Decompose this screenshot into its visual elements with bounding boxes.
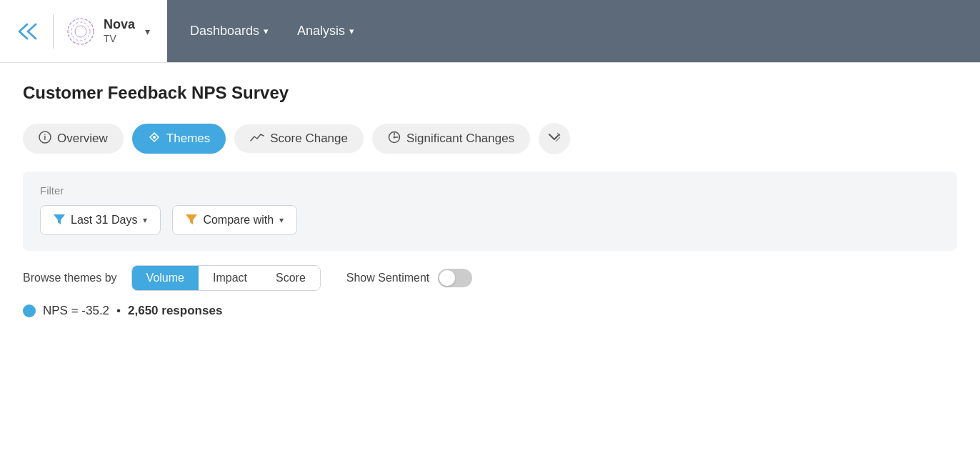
header-divider <box>53 14 54 49</box>
browse-impact[interactable]: Impact <box>199 266 261 290</box>
tab-more-icon <box>547 132 561 147</box>
browse-toggle: Volume Impact Score <box>131 265 321 291</box>
nav-dashboards-chevron: ▾ <box>264 26 269 36</box>
filter-last-31-days[interactable]: Last 31 Days ▾ <box>40 205 161 235</box>
filter-last-31-chevron: ▾ <box>143 215 147 225</box>
brand-title: Nova <box>104 17 135 33</box>
nav-dashboards-label: Dashboards <box>190 24 259 39</box>
back-button[interactable] <box>17 21 41 41</box>
nav-dashboards[interactable]: Dashboards ▾ <box>190 24 269 39</box>
browse-label: Browse themes by <box>23 272 117 284</box>
sentiment-area: Show Sentiment <box>346 269 473 287</box>
nps-responses: 2,650 responses <box>128 304 222 318</box>
tab-significant-changes[interactable]: Significant Changes <box>372 124 530 154</box>
overview-icon: i <box>39 131 51 147</box>
tab-themes[interactable]: Themes <box>132 124 226 154</box>
nps-dot <box>23 304 36 317</box>
svg-marker-12 <box>54 214 65 224</box>
nps-value: NPS = -35.2 <box>43 304 109 318</box>
browse-score-label: Score <box>276 272 306 284</box>
svg-point-1 <box>71 22 90 41</box>
nps-separator: • <box>116 304 121 318</box>
brand-name: Nova TV <box>104 17 135 44</box>
browse-score[interactable]: Score <box>261 266 320 290</box>
nps-row: NPS = -35.2 • 2,650 responses <box>23 304 957 318</box>
filter-compare-label: Compare with <box>203 214 274 227</box>
tab-score-change-label: Score Change <box>270 132 348 146</box>
svg-marker-13 <box>186 214 197 224</box>
svg-text:i: i <box>44 134 46 142</box>
tab-themes-label: Themes <box>166 132 210 146</box>
filter-compare-with[interactable]: Compare with ▾ <box>172 205 297 235</box>
tab-score-change[interactable]: Score Change <box>234 124 364 153</box>
sentiment-toggle[interactable] <box>438 269 472 287</box>
brand-subtitle: TV <box>104 33 135 45</box>
brand-chevron-icon[interactable]: ▾ <box>145 26 150 37</box>
svg-point-2 <box>75 26 86 37</box>
tab-overview-label: Overview <box>57 132 108 146</box>
tab-significant-changes-label: Significant Changes <box>406 132 514 146</box>
nav-analysis-label: Analysis <box>297 24 345 39</box>
nav-analysis[interactable]: Analysis ▾ <box>297 24 354 39</box>
filter-compare-chevron: ▾ <box>279 215 284 225</box>
nav-bar: Dashboards ▾ Analysis ▾ <box>167 0 980 62</box>
significant-changes-icon <box>388 131 401 147</box>
browse-volume[interactable]: Volume <box>132 266 199 290</box>
browse-impact-label: Impact <box>213 272 247 284</box>
filter-last-31-label: Last 31 Days <box>71 214 137 227</box>
brand-logo[interactable]: Nova TV ▾ <box>65 16 150 47</box>
tabs-row: i Overview Themes Score Change <box>23 123 957 154</box>
brand-icon <box>65 16 96 47</box>
svg-point-5 <box>153 136 156 139</box>
filter-orange-icon <box>186 213 197 227</box>
page-content: Customer Feedback NPS Survey i Overview … <box>0 63 980 318</box>
tab-more-button[interactable] <box>539 123 570 154</box>
sentiment-label: Show Sentiment <box>346 272 430 284</box>
browse-volume-label: Volume <box>146 272 184 284</box>
filter-section: Filter Last 31 Days ▾ Compare <box>23 172 957 251</box>
header: Nova TV ▾ Dashboards ▾ Analysis ▾ <box>0 0 980 63</box>
filter-label: Filter <box>40 184 940 197</box>
score-change-icon <box>250 132 264 146</box>
tab-overview[interactable]: i Overview <box>23 124 124 154</box>
svg-point-8 <box>393 137 395 139</box>
themes-icon <box>148 131 161 147</box>
browse-row: Browse themes by Volume Impact Score Sho… <box>23 265 957 291</box>
nav-analysis-chevron: ▾ <box>349 26 354 36</box>
header-left: Nova TV ▾ <box>0 14 167 49</box>
filter-row: Last 31 Days ▾ Compare with ▾ <box>40 205 940 235</box>
page-title: Customer Feedback NPS Survey <box>23 83 957 103</box>
filter-blue-icon <box>54 213 65 227</box>
